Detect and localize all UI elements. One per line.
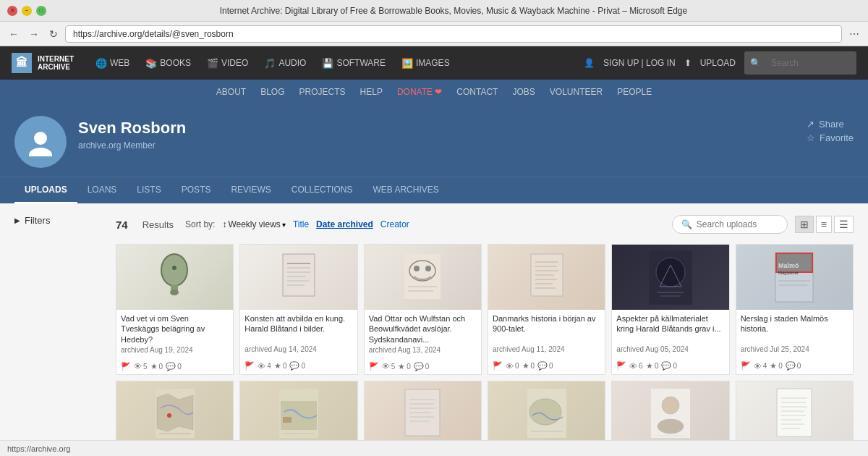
sec-nav-blog[interactable]: BLOG xyxy=(260,87,284,97)
svg-point-5 xyxy=(172,266,176,270)
minimize-window-button[interactable]: − xyxy=(22,6,32,16)
tab-web-archives[interactable]: WEB ARCHIVES xyxy=(362,177,448,203)
tab-lists[interactable]: LISTS xyxy=(127,177,171,203)
back-button[interactable]: ← xyxy=(6,27,22,41)
nav-item-audio[interactable]: 🎵 AUDIO xyxy=(257,54,313,73)
sec-nav-about[interactable]: ABOUT xyxy=(216,87,246,97)
tab-collections[interactable]: COLLECTIONS xyxy=(281,177,363,203)
address-bar[interactable]: https://archive.org/details/@sven_rosbor… xyxy=(65,25,842,43)
maximize-window-button[interactable]: □ xyxy=(36,6,46,16)
sign-up-login-button[interactable]: SIGN UP | LOG IN xyxy=(603,58,676,68)
item-title: Konsten att avbilda en kung. Harald Blåt… xyxy=(244,313,352,344)
favorite-button[interactable]: ☆ Favorite xyxy=(807,132,854,143)
site-logo[interactable]: 🏛 INTERNET ARCHIVE xyxy=(12,53,77,73)
flag-icon: 🚩 xyxy=(493,361,503,371)
status-url: https://archive.org xyxy=(7,444,70,453)
sec-nav-contact[interactable]: CONTACT xyxy=(456,87,498,97)
search-icon: 🔍 xyxy=(750,58,761,68)
item-thumbnail xyxy=(488,245,605,310)
forward-button[interactable]: → xyxy=(26,27,42,41)
tab-reviews[interactable]: REVIEWS xyxy=(221,177,281,203)
svg-point-15 xyxy=(414,266,420,271)
sort-by-weekly[interactable]: ↕ Weekly views ▾ xyxy=(222,219,285,229)
search-uploads-input[interactable] xyxy=(697,219,778,229)
list-item[interactable]: Vad vet vi om Sven Tveskäggs belägring a… xyxy=(116,244,234,375)
filter-arrow-icon: ▶ xyxy=(14,216,20,224)
search-uploads-box[interactable]: 🔍 xyxy=(672,215,788,234)
profile-tabs: UPLOADS LOANS LISTS POSTS REVIEWS COLLEC… xyxy=(0,177,868,203)
sec-nav-help[interactable]: HELP xyxy=(360,87,383,97)
profile-avatar xyxy=(14,116,67,168)
view-grid-compact-button[interactable]: ⊞ xyxy=(795,216,814,233)
profile-name: Sven Rosborn xyxy=(78,119,795,138)
sort-title-link[interactable]: Title xyxy=(293,219,309,229)
share-button[interactable]: ↗ Share xyxy=(807,119,854,130)
svg-point-55 xyxy=(662,397,679,414)
svg-point-28 xyxy=(656,258,685,287)
sec-nav-jobs[interactable]: JOBS xyxy=(512,87,535,97)
svg-rect-6 xyxy=(283,254,315,296)
sec-nav-donate[interactable]: DONATE ❤ xyxy=(397,87,442,97)
views-stat: 👁5 xyxy=(382,362,396,371)
item-stats: 🚩 👁0 ★0 💬0 xyxy=(488,360,605,373)
comments-stat: 💬0 xyxy=(661,361,677,371)
books-icon: 📚 xyxy=(145,58,157,69)
sort-creator-link[interactable]: Creator xyxy=(380,219,409,229)
flag-icon: 🚩 xyxy=(121,362,131,371)
star-icon: ☆ xyxy=(807,132,815,143)
web-icon: 🌐 xyxy=(95,58,107,69)
profile-info: Sven Rosborn archive.org Member xyxy=(78,116,795,151)
sec-nav-projects[interactable]: PROJECTS xyxy=(299,87,346,97)
view-list-button[interactable]: ☰ xyxy=(834,216,854,233)
close-window-button[interactable]: ✕ xyxy=(7,6,17,16)
browser-window-controls[interactable]: ✕ − □ xyxy=(7,6,46,16)
list-item[interactable]: Aspekter på källmaterialet kring Harald … xyxy=(611,244,729,375)
global-search-input[interactable] xyxy=(764,54,851,72)
refresh-button[interactable]: ↻ xyxy=(46,27,61,41)
list-item[interactable]: Vad Ottar och Wulfstan och Beowulfkvädet… xyxy=(364,244,482,375)
filter-toggle[interactable]: ▶ Filters xyxy=(14,215,104,226)
upload-button[interactable]: UPLOAD xyxy=(700,58,736,68)
item-thumbnail xyxy=(488,381,605,447)
item-thumbnail xyxy=(240,245,357,310)
item-thumbnail xyxy=(612,381,728,447)
list-item[interactable]: Malmö Magasinet Nerslag i staden Malmös … xyxy=(736,244,854,375)
sec-nav-volunteer[interactable]: VOLUNTEER xyxy=(550,87,603,97)
flag-icon: 🚩 xyxy=(244,361,255,371)
tab-uploads[interactable]: UPLOADS xyxy=(14,177,77,203)
item-stats: 🚩 👁4 ★0 💬0 xyxy=(240,360,357,373)
comments-stat: 💬0 xyxy=(414,362,430,371)
nav-item-software[interactable]: 💾 SOFTWARE xyxy=(315,54,393,73)
settings-icon[interactable]: ⋯ xyxy=(846,27,862,41)
view-grid-list-button[interactable]: ≡ xyxy=(816,216,832,233)
nav-item-video[interactable]: 🎬 VIDEO xyxy=(200,54,255,73)
sort-date-archived-link[interactable]: Date archived xyxy=(316,219,373,229)
tab-loans[interactable]: LOANS xyxy=(77,177,127,203)
main-nav: 🌐 WEB 📚 BOOKS 🎬 VIDEO 🎵 AUDIO 💾 SOFTWARE… xyxy=(88,54,584,73)
item-stats: 🚩 👁4 ★0 💬0 xyxy=(736,360,853,373)
nav-item-books[interactable]: 📚 BOOKS xyxy=(138,54,198,73)
search-uploads-icon: 🔍 xyxy=(681,219,692,229)
item-info: Vad Ottar och Wulfstan och Beowulfkvädet… xyxy=(365,310,481,358)
item-date: archived Aug 05, 2024 xyxy=(616,345,724,353)
svg-rect-42 xyxy=(283,417,292,423)
results-label: Results xyxy=(142,219,174,230)
profile-member-status: archive.org Member xyxy=(78,140,795,151)
item-info: Nerslag i staden Malmös historia. archiv… xyxy=(736,310,853,357)
nav-item-web[interactable]: 🌐 WEB xyxy=(88,54,137,73)
item-info: Danmarks historia i början av 900-talet.… xyxy=(488,310,605,357)
sec-nav-people[interactable]: PEOPLE xyxy=(617,87,652,97)
audio-icon: 🎵 xyxy=(264,58,276,69)
tab-posts[interactable]: POSTS xyxy=(171,177,221,203)
nav-item-images[interactable]: 🖼️ IMAGES xyxy=(394,54,457,73)
favorites-stat: ★0 xyxy=(646,361,659,371)
list-item[interactable]: Danmarks historia i början av 900-talet.… xyxy=(488,244,605,375)
svg-rect-58 xyxy=(777,389,812,436)
profile-header: Sven Rosborn archive.org Member ↗ Share … xyxy=(0,104,868,177)
item-stats: 🚩 👁5 ★0 💬0 xyxy=(365,360,481,374)
item-date: archived Aug 19, 2024 xyxy=(121,346,229,354)
item-thumbnail: Malmö Magasinet xyxy=(736,245,853,310)
list-item[interactable]: Konsten att avbilda en kung. Harald Blåt… xyxy=(239,244,357,375)
site-topbar: 🏛 INTERNET ARCHIVE 🌐 WEB 📚 BOOKS 🎬 VIDEO… xyxy=(0,46,868,80)
favorites-stat: ★0 xyxy=(398,362,411,371)
